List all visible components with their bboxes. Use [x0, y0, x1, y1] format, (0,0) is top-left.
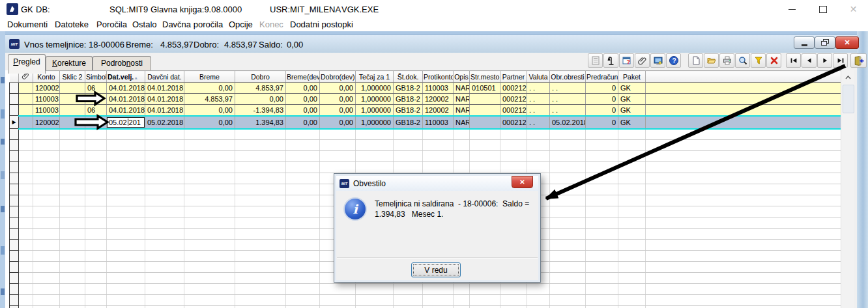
column-header-breme-dev-[interactable]: Breme(dev) [286, 71, 320, 83]
menu-ostalo[interactable]: Ostalo [132, 20, 157, 29]
cell[interactable]: 0,00 [320, 83, 356, 94]
cell[interactable] [470, 105, 500, 116]
cell[interactable]: 1,000000 [356, 105, 394, 116]
cell[interactable]: 120002 [423, 94, 454, 105]
table-row[interactable]: 1200020604.01.201804.01.20180,004.853,97… [10, 83, 841, 94]
column-header-breme[interactable]: Breme [184, 71, 235, 83]
cell[interactable]: 0 [586, 83, 618, 94]
cell[interactable]: . . [550, 94, 586, 105]
cell[interactable]: 0,00 [286, 83, 320, 94]
menu-dodatni-postopki[interactable]: Dodatni postopki [290, 20, 353, 29]
cell[interactable]: 0,00 [184, 83, 235, 94]
cell[interactable]: 0,00 [320, 105, 356, 116]
print-button[interactable] [719, 53, 734, 68]
cell[interactable]: 0002123 [500, 105, 527, 116]
table-row-empty[interactable] [10, 162, 841, 173]
cell[interactable]: 0,00 [286, 94, 320, 105]
cell[interactable]: 110003 [423, 116, 454, 129]
child-minimize-button[interactable] [794, 36, 815, 49]
column-header-simbol[interactable]: Simbol [85, 71, 107, 83]
cell[interactable]: . . [527, 83, 550, 94]
delete-button[interactable] [766, 53, 781, 68]
cell[interactable] [85, 94, 107, 105]
cell[interactable]: NAR [454, 83, 470, 94]
cell[interactable]: GB18-2 [394, 105, 423, 116]
cell[interactable]: 0 [586, 105, 618, 116]
column-header-obr-obresti[interactable]: Obr.obresti [550, 71, 586, 83]
scrollbar-thumb[interactable] [843, 85, 854, 113]
window-close-button[interactable]: ✕ [839, 0, 868, 18]
cell[interactable]: 110003 [33, 105, 60, 116]
cell[interactable]: 0,00 [235, 94, 286, 105]
attachment-cell[interactable] [19, 116, 33, 129]
dat-velj-edit-input[interactable]: 05.02201 [107, 117, 145, 128]
vertical-scrollbar[interactable] [841, 70, 854, 308]
menu-davcna-porocila[interactable]: Davčna poročila [162, 20, 223, 29]
cell[interactable] [60, 83, 85, 94]
column-header-predra-un[interactable]: Predračun [586, 71, 618, 83]
table-row-empty[interactable] [10, 295, 841, 306]
cell[interactable]: 0 [586, 116, 618, 129]
ok-button[interactable]: V redu [411, 262, 461, 277]
nav-next-button[interactable] [817, 53, 832, 68]
column-header-partner[interactable]: Partner [500, 71, 527, 83]
cell[interactable]: 0002123 [500, 116, 527, 129]
cell[interactable] [60, 94, 85, 105]
table-row-empty[interactable] [10, 284, 841, 295]
cell[interactable]: 06 [85, 83, 107, 94]
column-header-opis[interactable]: Opis [454, 71, 470, 83]
search-button[interactable] [735, 53, 750, 68]
cell[interactable]: 04.01.2018 [145, 83, 184, 94]
cell[interactable]: 05.02201 [107, 116, 145, 129]
cell[interactable]: 0002122 [500, 83, 527, 94]
cell[interactable] [470, 116, 500, 129]
cell[interactable] [85, 116, 107, 129]
column-header-te-aj-za-1[interactable]: Tečaj za 1 [356, 71, 394, 83]
row-selector[interactable] [10, 83, 19, 94]
new-record-button[interactable] [688, 53, 703, 68]
cell[interactable]: 04.01.2018 [107, 105, 145, 116]
cell[interactable]: NAR [454, 116, 470, 129]
cell[interactable]: 1.394,83 [235, 116, 286, 129]
cell[interactable]: . . [527, 105, 550, 116]
cell[interactable]: 1,000000 [356, 83, 394, 94]
cell[interactable]: 120002 [33, 83, 60, 94]
table-row[interactable]: 1100030604.01.201804.01.20180,00-1.394,8… [10, 105, 841, 116]
cell[interactable]: GB18-2 [394, 94, 423, 105]
cell[interactable]: . . [550, 83, 586, 94]
cell[interactable]: . . [527, 116, 550, 129]
cell[interactable]: 010501 [470, 83, 500, 94]
window-maximize-button[interactable] [808, 0, 837, 18]
column-header--t-dok-[interactable]: Št.dok. [394, 71, 423, 83]
tab-pregled[interactable]: Pregled [8, 54, 46, 74]
cell[interactable]: 0,00 [286, 116, 320, 129]
post-button[interactable] [603, 53, 618, 68]
scroll-up-button[interactable] [843, 72, 853, 83]
column-header-dobro-dev-[interactable]: Dobro(dev) [320, 71, 356, 83]
child-restore-button[interactable] [815, 36, 835, 49]
cell[interactable]: . . [527, 94, 550, 105]
nav-last-button[interactable] [833, 53, 848, 68]
cell[interactable]: GK [618, 94, 646, 105]
dialog-close-button[interactable]: ✕ [512, 176, 533, 188]
attachment-cell[interactable] [19, 83, 33, 94]
table-row[interactable]: 11000304.01.201804.01.20184.853,970,000,… [10, 94, 841, 105]
help-button[interactable]: ? [666, 53, 681, 68]
column-header-protikonto[interactable]: Protikonto [423, 71, 454, 83]
cell[interactable]: 110003 [423, 83, 454, 94]
cell[interactable]: 05.02.2018 [145, 116, 184, 129]
table-row-empty[interactable] [10, 306, 841, 308]
current-row-marker[interactable]: ▶ [10, 116, 19, 129]
cell[interactable]: 0,00 [286, 105, 320, 116]
cell[interactable]: GB18-2 [394, 83, 423, 94]
nav-first-button[interactable] [786, 53, 801, 68]
cell[interactable]: NAR [454, 94, 470, 105]
window-help-button[interactable]: ? [619, 53, 634, 68]
monitor-button[interactable] [650, 53, 665, 68]
cell[interactable]: 120002 [423, 105, 454, 116]
row-selector[interactable] [10, 105, 19, 116]
menu-datoteke[interactable]: Datoteke [55, 20, 89, 29]
cell[interactable]: 0,00 [320, 116, 356, 129]
column-header-sklic-2[interactable]: Sklic 2 [60, 71, 85, 83]
cell[interactable]: 0,00 [184, 105, 235, 116]
